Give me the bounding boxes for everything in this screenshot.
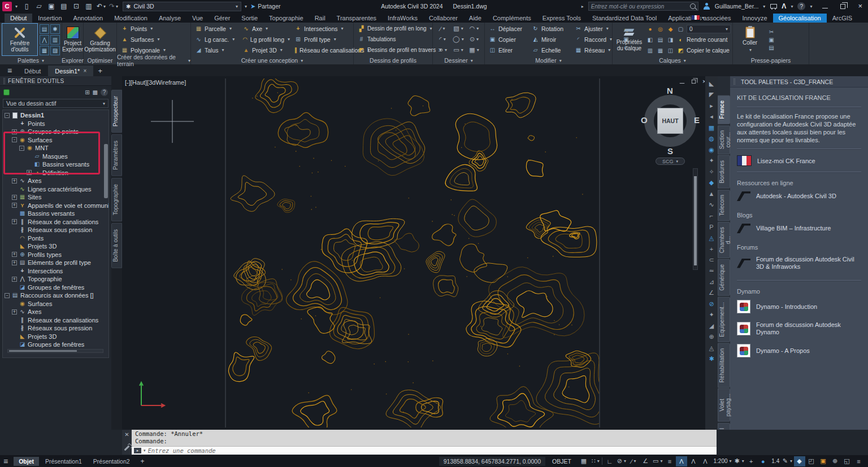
ribbon-tab[interactable]: Innovyze [736,14,772,23]
minimize-button[interactable] [822,8,828,8]
dynamic-input-icon[interactable]: ▭▾ [652,456,663,466]
tree-item[interactable]: Ponts [12,234,108,243]
expand-toggle-icon[interactable] [5,113,10,118]
tree-item[interactable]: Projets 3D [12,333,108,341]
view-cube-east[interactable]: E [694,115,700,125]
view-cube-west[interactable]: O [641,115,648,125]
lineweight-icon[interactable]: ≡▾ [664,456,675,466]
layout-menu-icon[interactable]: ≡ [3,457,8,466]
palette-entry[interactable] [737,280,861,281]
expand-toggle-icon[interactable] [27,170,32,175]
undo-icon[interactable]: ↶▾ [96,1,107,11]
toolspace-side-tab[interactable]: Prospecteur [111,90,122,133]
expand-toggle-icon[interactable] [12,309,17,315]
view-cube-south[interactable]: S [667,146,673,156]
properties-palette-icon[interactable]: ▤ [40,24,49,34]
palette-entry[interactable]: Dynamo - Introduction [737,296,861,317]
tree-item[interactable]: Projets 3D [12,242,108,251]
palette-entry[interactable]: Village BIM – Infrastructure [737,220,861,237]
tree-item[interactable]: Bassins versants [27,160,108,169]
tool-strip-icon[interactable]: ◂ [706,112,717,123]
layout-tab[interactable]: Présentation2 [88,457,135,466]
toolspace-side-tab[interactable]: Boîte à outils [111,223,122,268]
viewport-controls-label[interactable]: [-][Haut][3dWireframe] [125,79,186,86]
paste-special-icon[interactable]: ▤ [767,45,776,51]
polar-tracking-icon[interactable]: ⊘▾ [616,456,627,466]
rectangle-icon[interactable]: ▭▾ [450,45,466,55]
user-caret-icon[interactable]: ▾ [763,4,765,9]
tool-strip-icon[interactable]: ⌐ [706,211,717,221]
ribbon-button[interactable]: Lg carac. ▾ [193,34,240,45]
customize-menu-icon[interactable]: ≡▾ [853,456,865,466]
help-caret-icon[interactable]: ▾ [810,4,812,9]
ribbon-tab[interactable]: Modification [108,14,153,23]
app-store-icon[interactable] [770,3,777,10]
close-button[interactable]: × [858,3,862,9]
tree-item[interactable]: Sites [12,193,108,202]
toolspace-side-tab[interactable]: Topographie [111,178,122,221]
expand-toggle-icon[interactable] [12,203,17,208]
palette-entry[interactable]: Dynamo - A Propos [737,340,861,361]
tool-strip-icon[interactable]: ∠ [706,288,717,299]
expand-toggle-icon[interactable] [19,146,24,151]
ribbon-button[interactable]: Copier ▾ [487,34,530,45]
clean-screen-icon[interactable]: ◱▾ [841,456,853,466]
circle-icon[interactable]: ◯▾ [450,34,466,45]
project-explorer-button[interactable]: Project Explorer [63,23,83,56]
arc-icon[interactable]: ◜▾ [435,34,450,45]
save-as-icon[interactable]: ▤▾ [58,1,70,11]
tree-item[interactable]: Réseaux de canalisations [12,218,108,226]
ribbon-button[interactable]: Echelle ▾ [530,45,572,55]
ribbon-tab[interactable]: Vue [186,14,209,23]
tree-item[interactable]: Eléments de profil type [12,259,108,267]
autodesk-caret-icon[interactable]: ▾ [791,4,793,9]
palette-side-tab[interactable]: Générique [718,259,730,296]
tree-item[interactable]: Surfaces [12,136,108,145]
tree-item[interactable]: Axes [12,177,108,185]
ribbon-button[interactable]: Lg profil long ▾ [240,34,292,45]
qat-customize-icon[interactable]: ▾ [245,4,247,9]
layer-match-icon[interactable]: ▦ [656,47,665,54]
viewport-scale-value[interactable]: 1.4▾ [770,456,781,466]
command-input[interactable] [148,447,714,454]
tool-strip-icon[interactable]: P [706,222,717,233]
tool-strip-icon[interactable]: ✦ [706,156,717,167]
workspace-switch-icon[interactable]: ◰▾ [806,456,817,466]
ribbon-button[interactable]: Tabulations ▾ [355,34,444,45]
command-recent-caret-icon[interactable]: ▾ [144,448,146,453]
coordinate-system-button[interactable]: SCG▾ [656,158,685,165]
search-icon[interactable] [690,3,696,9]
layout-tab[interactable]: Présentation1 [40,457,87,466]
ribbon-tab[interactable]: Annotation [68,14,109,23]
palette-entry[interactable]: Forums [737,244,861,251]
viewport-close-button[interactable]: × [702,78,705,84]
hatch-icon[interactable]: ▧▾ [450,23,466,34]
ellipse-icon[interactable]: ⊙▾ [466,34,482,45]
tree-item[interactable]: Appareils de voie et communic... [12,202,108,210]
tool-strip-icon[interactable]: ◢ [706,321,717,331]
palette-entry[interactable]: Ressources en ligne [737,180,861,186]
command-prompt-icon[interactable]: ▸ [134,448,141,453]
palette-entry[interactable]: Dynamo [737,288,861,295]
ribbon-tab[interactable]: Topographie [263,14,309,23]
layer-isolate-icon[interactable]: ◧ [646,37,654,43]
ribbon-tab[interactable]: ArcGIS [827,14,858,23]
hardware-accel-icon[interactable]: ▣▾ [818,456,829,466]
canvas-scrollbar[interactable] [693,168,698,270]
palette-side-tab[interactable]: Section cour... [718,125,730,154]
annotation-edit-icon[interactable]: ✎▾ [782,456,793,466]
ribbon-button[interactable]: Dessin de profil en long ▾ [355,23,444,34]
layer-select[interactable]: 0▾ [687,25,731,33]
settings-icon[interactable]: ✱ [50,24,60,34]
tree-item[interactable]: Raccourcis aux données [] [5,291,108,300]
toolspace-button[interactable]: Fenêtre d'outils [2,23,38,56]
command-customize-icon[interactable] [124,446,130,451]
osnap-tracking-icon[interactable]: ∕▾ [628,456,639,466]
ribbon-tab[interactable]: Compléments [487,14,537,23]
sheetset-icon[interactable]: ▦ [40,46,49,55]
share-button[interactable]: ➤ Partager [250,3,281,10]
grid-display-icon[interactable]: ▦▾ [578,456,589,466]
palette-entry[interactable]: Forum de discussion Autodesk Civil 3D & … [737,252,861,274]
survey-palette-icon[interactable]: ⋀ [40,35,49,45]
tool-strip-icon[interactable]: ◬ [706,233,717,243]
